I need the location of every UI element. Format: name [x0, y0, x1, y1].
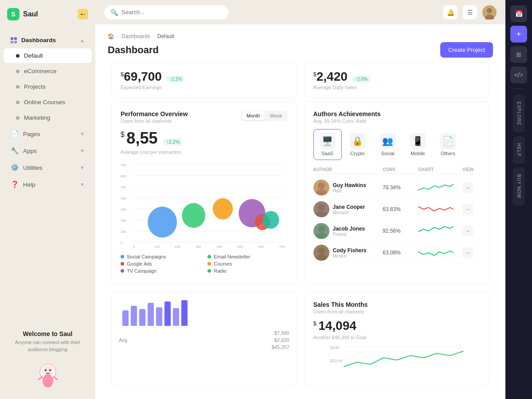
sidebar-item-pages[interactable]: 📄 Pages ▼ [4, 126, 92, 142]
tab-social[interactable]: 👥 Social [374, 129, 402, 160]
svg-point-40 [318, 182, 325, 189]
search-icon: 🔍 [110, 9, 118, 16]
sidebar-item-online-courses[interactable]: Online Courses [4, 95, 92, 110]
author-row: Guy Hawkins Haiti 78.34% → [313, 177, 481, 199]
view-btn-cody[interactable]: → [462, 247, 473, 258]
svg-point-44 [318, 226, 325, 233]
avatar-jane [313, 201, 329, 217]
sidebar-item-dashboards[interactable]: Dashboards ▲ [4, 33, 92, 47]
svg-text:500: 500 [121, 185, 126, 189]
stats-row: $69,700 ↑2.2% Expected Earnings $2,420 ↑… [95, 62, 505, 98]
settings-button[interactable]: ☰ [463, 5, 477, 20]
legend-google: Google Ads [121, 261, 200, 266]
breadcrumb-dashboards[interactable]: Dashboards [121, 33, 150, 39]
svg-text:700: 700 [121, 163, 126, 167]
stat-badge-daily-sales: ↑2.6% [352, 76, 371, 82]
view-btn-guy[interactable]: → [462, 182, 473, 193]
bubble-chart: 700 600 500 400 300 200 100 0 0 100 200 … [121, 160, 288, 249]
author-name-guy: Guy Hawkins [333, 182, 366, 188]
crypto-tab-icon: 🔒 [350, 133, 366, 149]
create-project-button[interactable]: Create Project [440, 42, 493, 58]
code-icon-btn[interactable]: </> [510, 66, 527, 83]
chart-legend: Social Campaigns Email Newsletter Google… [121, 254, 288, 274]
buy-now-label-btn[interactable]: Buy now [513, 167, 525, 206]
topbar-right: 🔔 ☰ [443, 5, 497, 20]
pages-icon: 📄 [11, 130, 19, 138]
view-btn-jane[interactable]: → [462, 204, 473, 215]
perf-metric: $ 8,55 ↑2.2% [121, 129, 288, 148]
svg-text:400: 400 [216, 245, 222, 249]
sidebar-header: S Saul ← [0, 0, 95, 28]
view-btn-jacob[interactable]: → [462, 226, 473, 236]
sidebar-item-projects[interactable]: Projects [4, 79, 92, 94]
author-row: Cody Fishers Mexico 63.08% → [313, 242, 481, 264]
sidebar-item-utilities[interactable]: ⚙️ Utilities ▼ [4, 160, 92, 176]
explore-label-btn[interactable]: Explore [513, 94, 525, 133]
dv-item: $7,660 [119, 329, 289, 336]
toggle-week[interactable]: Week [266, 111, 287, 120]
calendar-icon-btn[interactable]: 📅 [510, 5, 527, 22]
authors-achievements-card: Authors Achievements Avg. 69.34% Conv. R… [304, 101, 490, 285]
author-location-jacob: Poland [333, 232, 365, 237]
utilities-icon: ⚙️ [11, 164, 19, 172]
conv-rate-jane: 63.83% [383, 206, 418, 212]
sidebar-nav: Dashboards ▲ Default eCommerce Projects … [0, 28, 95, 323]
svg-text:300: 300 [121, 207, 126, 211]
bar-item [156, 307, 162, 326]
user-avatar[interactable] [482, 5, 497, 20]
dv-item: Avg $2,820 [119, 336, 289, 344]
sidebar-item-marketing[interactable]: Marketing [4, 110, 92, 125]
bottom-chart-card: $7,660 Avg $2,820 $45,257 [111, 292, 297, 387]
svg-point-46 [318, 247, 325, 254]
authors-subtitle: Avg. 69.34% Conv. Rate [313, 118, 381, 124]
chevron-icon: ▼ [80, 148, 85, 153]
sidebar-item-apps[interactable]: 🔧 Apps ▼ [4, 143, 92, 159]
author-location-cody: Mexico [333, 254, 367, 258]
svg-text:700: 700 [279, 245, 285, 249]
back-button[interactable]: ← [78, 9, 88, 20]
search-box[interactable]: 🔍 [104, 5, 228, 20]
tab-others[interactable]: 📄 Others [434, 129, 462, 160]
perf-card-header: Performance Overview Users from all chan… [121, 110, 288, 124]
dv-item: $45,257 [119, 344, 289, 351]
grid-icon-btn[interactable]: ⊞ [510, 46, 527, 63]
sidebar-item-help[interactable]: ❓ Help ▼ [4, 176, 92, 192]
page-title: Dashboard [108, 44, 159, 56]
dot-icon [16, 101, 20, 104]
toggle-month[interactable]: Month [242, 111, 265, 120]
svg-text:200: 200 [175, 245, 180, 249]
help-label-btn[interactable]: Help [513, 136, 525, 164]
bar-item [131, 306, 137, 326]
avatar-guy [313, 180, 329, 196]
sales-goal: Another $48,346 to Goal [313, 335, 481, 340]
tab-mobile[interactable]: 📱 Mobile [404, 129, 432, 160]
home-icon: 🏠 [108, 33, 114, 39]
conv-rate-cody: 63.08% [383, 250, 418, 256]
notifications-button[interactable]: 🔔 [443, 5, 458, 20]
separator [512, 89, 525, 89]
tab-saas[interactable]: 🖥️ SaaS [313, 129, 342, 160]
breadcrumb: 🏠 › Dashboards › Default [108, 33, 493, 39]
svg-point-36 [213, 198, 233, 219]
search-input[interactable] [121, 9, 222, 16]
sidebar-item-ecommerce[interactable]: eCommerce [4, 64, 92, 78]
legend-email: Email Newsletter [207, 254, 287, 259]
svg-text:600: 600 [258, 245, 264, 249]
svg-text:200: 200 [121, 219, 126, 223]
bar-chart-area [119, 299, 289, 326]
mini-chart-guy [418, 181, 454, 194]
sidebar-item-default[interactable]: Default [4, 48, 92, 63]
conv-rate-jacob: 92.56% [383, 228, 418, 234]
svg-text:100: 100 [121, 230, 126, 234]
tab-crypto[interactable]: 🔒 Crypto [344, 129, 372, 160]
sales-subtitle: Users from all channels [313, 309, 368, 314]
help-icon: ❓ [11, 180, 19, 188]
add-icon-btn[interactable]: + [510, 26, 527, 43]
dashboards-icon [11, 37, 17, 43]
chevron-icon: ▲ [80, 38, 85, 43]
author-info-jacob: Jacob Jones Poland [313, 223, 383, 239]
svg-text:400: 400 [121, 196, 126, 200]
dollar-values: $7,660 Avg $2,820 $45,257 [119, 329, 289, 351]
bar-item [164, 301, 171, 326]
sales-amount: $ 14,094 [313, 319, 481, 333]
